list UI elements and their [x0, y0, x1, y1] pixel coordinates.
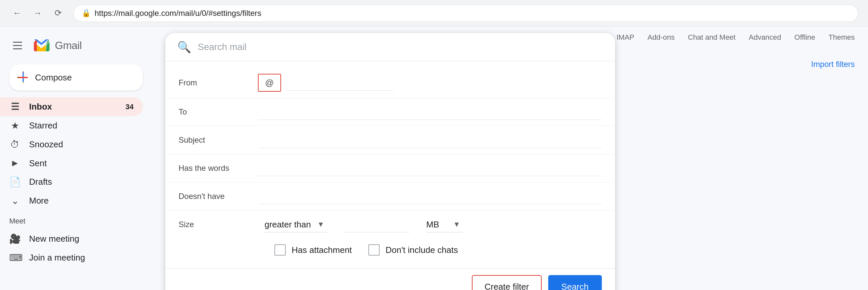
tab-addons[interactable]: Add-ons [647, 33, 675, 42]
has-attachment-checkbox-item[interactable]: Has attachment [275, 244, 352, 256]
size-comparison-select[interactable]: greater than less than [265, 217, 327, 232]
search-input[interactable] [198, 42, 603, 52]
sidebar-item-label: Inbox [29, 102, 117, 112]
sidebar-item-snoozed[interactable]: ⏱ Snoozed [0, 135, 143, 154]
browser-nav: ← → ⟳ [10, 6, 65, 21]
sidebar: Gmail Compose ☰ Inbox 34 [0, 27, 152, 290]
sidebar-item-label: Starred [29, 120, 133, 131]
gmail-logo-icon [32, 36, 50, 54]
create-filter-button[interactable]: Create filter [472, 275, 541, 290]
compose-label: Compose [35, 72, 72, 83]
has-words-label: Has the words [179, 164, 258, 173]
sidebar-item-new-meeting[interactable]: 🎥 New meeting [9, 229, 143, 248]
from-input[interactable] [286, 75, 394, 91]
sidebar-item-more[interactable]: ⌄ More [0, 191, 143, 210]
address-bar[interactable]: 🔒 https://mail.google.com/mail/u/0/#sett… [73, 5, 858, 22]
compose-plus-icon [17, 71, 29, 83]
drafts-icon: 📄 [9, 176, 21, 187]
size-unit-select[interactable]: MB KB bytes [426, 217, 463, 232]
hamburger-line [13, 45, 22, 46]
keyboard-icon: ⌨ [9, 252, 21, 263]
compose-button[interactable]: Compose [9, 64, 143, 91]
tab-imap[interactable]: IMAP [616, 33, 634, 42]
search-bar-row: 🔍 [165, 33, 615, 61]
subject-label: Subject [179, 136, 258, 145]
actions-row: Create filter Search [165, 268, 615, 290]
hamburger-line [13, 42, 22, 43]
from-input-wrapper: @ [258, 74, 394, 92]
sidebar-item-label: Sent [29, 158, 133, 169]
search-icon: 🔍 [177, 40, 191, 54]
main-area: IMAP Add-ons Chat and Meet Advanced Offl… [152, 27, 868, 290]
subject-input[interactable] [258, 132, 602, 148]
sidebar-item-label: Snoozed [29, 139, 133, 150]
filter-row-subject: Subject [165, 126, 615, 154]
has-attachment-label: Has attachment [292, 245, 352, 255]
meet-item-label: Join a meeting [29, 253, 85, 263]
dont-include-chats-checkbox-item[interactable]: Don't include chats [368, 244, 458, 256]
sidebar-item-label: Drafts [29, 177, 133, 187]
search-area: 🔍 From @ To [152, 27, 868, 290]
sidebar-item-starred[interactable]: ★ Starred [0, 116, 143, 135]
size-label: Size [179, 220, 258, 229]
meet-title: Meet [9, 217, 143, 226]
sidebar-item-drafts[interactable]: 📄 Drafts [0, 172, 143, 191]
sent-icon: ► [9, 158, 21, 169]
filter-row-doesnt-have: Doesn't have [165, 182, 615, 210]
url-text: https://mail.google.com/mail/u/0/#settin… [95, 9, 261, 18]
forward-button[interactable]: → [30, 6, 45, 21]
import-filters-link[interactable]: Import filters [811, 60, 855, 69]
size-comparison-wrapper: greater than less than ▼ [265, 217, 327, 232]
size-value-input[interactable] [344, 216, 410, 232]
to-label: To [179, 107, 258, 117]
hamburger-menu-button[interactable] [9, 37, 26, 54]
sidebar-item-sent[interactable]: ► Sent [0, 154, 143, 172]
meet-item-label: New meeting [29, 234, 80, 244]
browser-chrome: ← → ⟳ 🔒 https://mail.google.com/mail/u/0… [0, 0, 868, 27]
from-label: From [179, 78, 258, 87]
tab-themes[interactable]: Themes [829, 33, 855, 42]
doesnt-have-label: Doesn't have [179, 192, 258, 201]
settings-tabs: IMAP Add-ons Chat and Meet Advanced Offl… [616, 33, 855, 42]
chevron-down-icon: ⌄ [9, 195, 21, 206]
hamburger-line [13, 48, 22, 49]
size-unit-wrapper: MB KB bytes ▼ [426, 217, 463, 232]
filter-row-from: From @ [165, 68, 615, 98]
clock-icon: ⏱ [9, 139, 21, 150]
back-button[interactable]: ← [10, 6, 25, 21]
gmail-app: Gmail Compose ☰ Inbox 34 [0, 27, 868, 290]
dont-include-chats-checkbox[interactable] [368, 244, 380, 256]
meet-section: Meet 🎥 New meeting ⌨ Join a meeting [0, 210, 152, 270]
star-icon: ★ [9, 120, 21, 131]
has-attachment-checkbox[interactable] [275, 244, 286, 256]
gmail-label: Gmail [55, 39, 82, 52]
filter-form: From @ To Subject [165, 61, 615, 268]
sidebar-header: Gmail [0, 33, 152, 61]
tab-advanced[interactable]: Advanced [749, 33, 781, 42]
dont-include-chats-label: Don't include chats [385, 245, 458, 255]
search-button[interactable]: Search [548, 275, 602, 290]
gmail-logo: Gmail [32, 36, 82, 54]
has-words-input[interactable] [258, 160, 602, 176]
filter-row-has-words: Has the words [165, 154, 615, 182]
filter-row-to: To [165, 98, 615, 126]
tab-chat-meet[interactable]: Chat and Meet [688, 33, 735, 42]
search-filter-dropdown: 🔍 From @ To [165, 33, 615, 290]
sidebar-item-inbox[interactable]: ☰ Inbox 34 [0, 97, 143, 116]
tab-offline[interactable]: Offline [794, 33, 815, 42]
inbox-icon: ☰ [9, 101, 21, 112]
filter-row-size: Size greater than less than ▼ MB [165, 210, 615, 238]
inbox-count: 34 [126, 103, 133, 111]
video-icon: 🎥 [9, 233, 21, 244]
refresh-button[interactable]: ⟳ [51, 6, 65, 21]
sidebar-item-label: More [29, 196, 133, 206]
doesnt-have-input[interactable] [258, 188, 602, 204]
lock-icon: 🔒 [82, 9, 91, 18]
checkboxes-row: Has attachment Don't include chats [165, 238, 615, 262]
to-input[interactable] [258, 104, 602, 120]
at-symbol-button[interactable]: @ [258, 74, 281, 92]
sidebar-item-join-meeting[interactable]: ⌨ Join a meeting [9, 248, 143, 267]
